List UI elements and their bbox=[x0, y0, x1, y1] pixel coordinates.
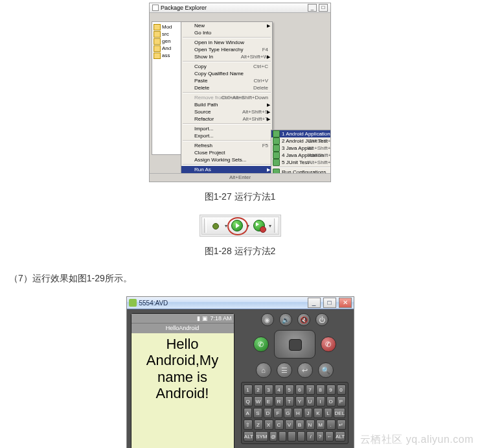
menu-button: ☰ bbox=[277, 362, 292, 378]
run-button bbox=[230, 218, 244, 233]
menu-item: DeleteDelete bbox=[181, 84, 272, 91]
submenu-item: 1 Android Application bbox=[271, 130, 331, 137]
call-button: ✆ bbox=[253, 336, 269, 352]
submenu-item: 4 Java ApplicationAlt+Shift+X, J bbox=[271, 152, 331, 159]
keyboard-key bbox=[279, 431, 286, 442]
keyboard-key: 6 bbox=[295, 384, 304, 395]
search-button: 🔍 bbox=[318, 362, 334, 378]
status-time: 7:18 AM bbox=[210, 315, 231, 322]
keyboard-key: 1 bbox=[244, 384, 253, 395]
run-config-icon bbox=[273, 130, 280, 137]
app-screen-text: Hello Android,My name is Android! bbox=[131, 333, 234, 448]
menu-bottom-hint: Alt+Enter bbox=[150, 173, 330, 182]
submenu-item: 2 Android JUnit TestAlt+Shift+X, A bbox=[271, 137, 331, 145]
menu-item: Assign Working Sets... bbox=[181, 156, 272, 163]
keyboard-key: 7 bbox=[306, 384, 315, 395]
min-window-icon: _ bbox=[308, 298, 321, 308]
folder-icon bbox=[154, 45, 161, 52]
keyboard-key: H bbox=[293, 408, 303, 418]
bug-icon bbox=[211, 222, 220, 230]
keyboard-key: T bbox=[285, 396, 294, 407]
run-config-icon bbox=[273, 152, 280, 159]
debug-button bbox=[208, 218, 222, 233]
submenu-arrow-icon: ▶ bbox=[267, 102, 270, 108]
keyboard-key: U bbox=[306, 396, 315, 407]
submenu-item: 5 JUnit TestAlt+Shift+X, T bbox=[271, 159, 331, 166]
keyboard-key: I bbox=[316, 396, 325, 407]
android-emulator-screenshot: 5554:AVD _ □ ✕ ▮ ▣ 7:18 AM HelloAndroid … bbox=[126, 296, 354, 448]
android-status-bar: ▮ ▣ 7:18 AM bbox=[131, 314, 234, 323]
keyboard-key: 3 bbox=[264, 384, 273, 395]
keyboard-key: ? bbox=[316, 431, 324, 442]
menu-item: Open in New Window bbox=[181, 39, 272, 46]
max-window-icon: □ bbox=[319, 4, 328, 12]
d-pad bbox=[274, 330, 315, 359]
keyboard-key: 8 bbox=[316, 384, 325, 395]
folder-icon bbox=[154, 38, 161, 45]
hardware-buttons: ◉ 🔊 🔇 ⏻ ✆ ✆ ⌂ ☰ ↩ bbox=[241, 313, 349, 378]
package-explorer-icon bbox=[152, 5, 159, 11]
submenu-arrow-icon: ▶ bbox=[267, 167, 270, 172]
toolbar-screenshot: ▾ ▾ ▾ bbox=[200, 215, 281, 237]
back-button: ↩ bbox=[297, 362, 313, 378]
keyboard-key: A bbox=[244, 408, 253, 418]
keyboard-key: / bbox=[306, 431, 314, 442]
tree-node: And bbox=[154, 45, 182, 52]
signal-icon: ▮ bbox=[197, 315, 200, 322]
external-run-button bbox=[252, 218, 266, 233]
keyboard-key: 2 bbox=[254, 384, 263, 395]
menu-item: Remove from ContextCtrl+Alt+Shift+Down bbox=[181, 94, 272, 101]
keyboard-key: S bbox=[253, 408, 262, 418]
package-explorer-tree: ModsrcgenAndass bbox=[152, 21, 184, 155]
watermark: 云栖社区 yq.aliyun.com bbox=[360, 433, 474, 447]
dropdown-icon: ▾ bbox=[268, 223, 273, 229]
submenu-arrow-icon: ▶ bbox=[267, 110, 270, 115]
tree-node: Mod bbox=[154, 23, 182, 30]
volume-up-button: 🔊 bbox=[279, 313, 292, 326]
menu-item: Import... bbox=[181, 125, 272, 132]
keyboard-key: J bbox=[304, 408, 313, 418]
keyboard-key: D bbox=[264, 408, 273, 418]
eclipse-context-menu-screenshot: Package Explorer _ □ ModsrcgenAndass New… bbox=[149, 3, 331, 182]
tree-node: src bbox=[154, 30, 182, 38]
keyboard-key: P bbox=[337, 396, 346, 407]
keyboard-key: K bbox=[314, 408, 323, 418]
menu-item: New▶ bbox=[181, 22, 272, 29]
run-config-icon bbox=[273, 159, 280, 166]
keyboard-key: 9 bbox=[326, 384, 336, 395]
menu-item: SourceAlt+Shift+S▶ bbox=[181, 108, 272, 115]
emulator-window-titlebar: 5554:AVD _ □ ✕ bbox=[127, 297, 354, 309]
keyboard-key: G bbox=[284, 408, 293, 418]
keyboard-key: Q bbox=[244, 396, 253, 407]
menu-item: RefreshF5 bbox=[181, 142, 272, 149]
menu-item: Show InAlt+Shift+W▶ bbox=[181, 53, 272, 60]
highlight-circle bbox=[227, 217, 248, 235]
hardware-keyboard: 1234567890QWERTYUIOPASDFGHJKLDEL⇧ZXCVBNM… bbox=[241, 382, 349, 444]
keyboard-key: O bbox=[326, 396, 336, 407]
keyboard-key: N bbox=[306, 419, 315, 430]
volume-down-button: ◉ bbox=[261, 313, 274, 326]
min-window-icon: _ bbox=[308, 4, 317, 12]
keyboard-key: X bbox=[264, 419, 273, 430]
run-as-submenu: 1 Android Application2 Android JUnit Tes… bbox=[271, 130, 331, 176]
keyboard-key: @ bbox=[269, 431, 277, 442]
keyboard-key: R bbox=[275, 396, 284, 407]
emulator-window-title: 5554:AVD bbox=[139, 300, 168, 307]
window-title: Package Explorer bbox=[161, 3, 207, 12]
menu-item: Open Type HierarchyF4 bbox=[181, 46, 272, 53]
folder-icon bbox=[154, 31, 161, 38]
keyboard-key: ← bbox=[325, 431, 333, 442]
menu-item: Build Path▶ bbox=[181, 101, 272, 108]
folder-icon bbox=[154, 53, 161, 59]
paragraph-step-7: （7）运行效果如图1-29所示。 bbox=[0, 269, 480, 289]
keyboard-key: 5 bbox=[285, 384, 294, 395]
keyboard-key: C bbox=[275, 419, 284, 430]
figure-caption: 图1-27 运行方法1 bbox=[0, 191, 480, 203]
end-call-button: ✆ bbox=[321, 336, 336, 352]
keyboard-key: Y bbox=[295, 396, 304, 407]
phone-frame: ▮ ▣ 7:18 AM HelloAndroid Hello Android,M… bbox=[131, 313, 234, 448]
keyboard-key bbox=[297, 431, 305, 442]
power-button: ⏻ bbox=[315, 313, 328, 326]
submenu-arrow-icon: ▶ bbox=[267, 23, 270, 29]
android-icon bbox=[129, 299, 137, 307]
